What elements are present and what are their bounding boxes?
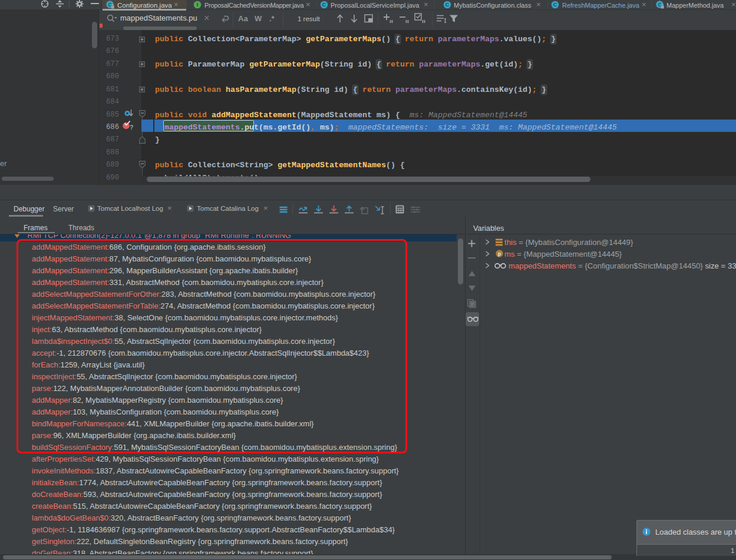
svg-text:p: p xyxy=(498,251,501,257)
svg-text:I: I xyxy=(197,2,198,8)
svg-text:C: C xyxy=(322,2,326,8)
svg-text:C: C xyxy=(445,2,450,8)
svg-text:?: ? xyxy=(130,124,133,131)
svg-text:C: C xyxy=(553,2,557,8)
